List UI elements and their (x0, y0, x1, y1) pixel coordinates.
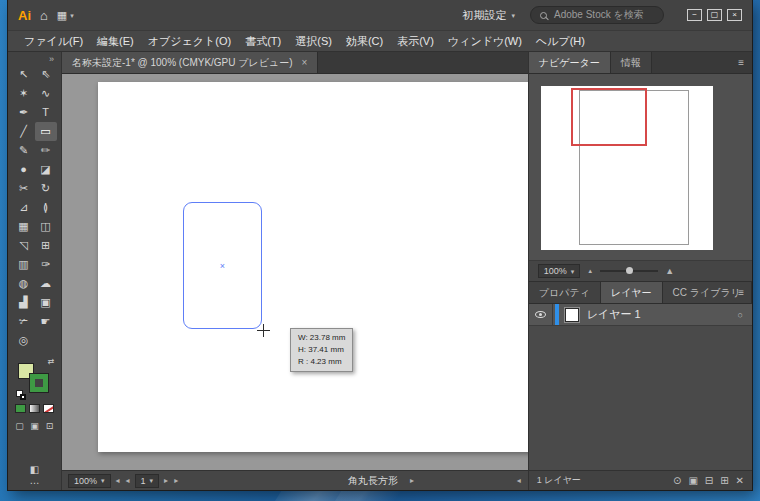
menu-item[interactable]: 表示(V) (390, 34, 441, 49)
rounded-rectangle-shape[interactable]: × (183, 202, 262, 329)
magic-wand-tool[interactable]: ✶ (13, 84, 35, 103)
canvas[interactable]: × W: 23.78 mmH: 37.41 mmR : 4.23 mm (62, 74, 528, 470)
draw-normal-button[interactable]: ▢ (14, 420, 26, 432)
artboard-tool[interactable]: ▣ (35, 293, 57, 312)
rotate-tool[interactable]: ↻ (35, 179, 57, 198)
none-button[interactable] (43, 404, 54, 413)
shape-builder-tool[interactable]: ◫ (35, 217, 57, 236)
symbol-sprayer-tool[interactable]: ☁ (35, 274, 57, 293)
zoom-level-select[interactable]: 100% ▾ (68, 474, 111, 488)
close-tab-icon[interactable]: × (302, 57, 308, 68)
gradient-button[interactable] (29, 404, 40, 413)
home-icon[interactable]: ⌂ (40, 9, 48, 22)
tab-navigator[interactable]: ナビゲーター (529, 52, 611, 73)
paintbrush-tool[interactable]: ✎ (13, 141, 35, 160)
layer-thumbnail[interactable] (565, 308, 579, 322)
workspace-switcher[interactable]: 初期設定 ▾ (456, 6, 521, 25)
zoom-out-icon[interactable]: ▲ (587, 268, 593, 274)
scissors-tool[interactable]: ✂ (13, 179, 35, 198)
tab-info[interactable]: 情報 (611, 52, 652, 73)
selection-tool[interactable]: ↖ (13, 65, 35, 84)
measurement-tooltip: W: 23.78 mmH: 37.41 mmR : 4.23 mm (290, 328, 353, 372)
visibility-toggle[interactable] (529, 304, 553, 325)
layer-name[interactable]: レイヤー 1 (587, 307, 641, 322)
blend-tool[interactable]: ◍ (13, 274, 35, 293)
tab-properties[interactable]: プロパティ (529, 282, 601, 303)
maximize-button[interactable]: ▢ (707, 9, 722, 21)
rounded-rectangle-tool[interactable]: ▭ (35, 122, 57, 141)
first-artboard-button[interactable]: ◂ (115, 477, 121, 485)
zoom-tool[interactable]: ◎ (13, 331, 35, 350)
stroke-swatch[interactable] (30, 374, 48, 392)
navigator-panel (529, 74, 752, 260)
new-layer-icon[interactable]: ⊞ (720, 475, 728, 486)
menu-item[interactable]: ウィンドウ(W) (441, 34, 529, 49)
menu-item[interactable]: 効果(C) (339, 34, 390, 49)
type-tool[interactable]: T (35, 103, 57, 122)
artboard-number-select[interactable]: 1 ▾ (135, 474, 160, 488)
zoom-in-icon[interactable]: ▲ (665, 267, 674, 276)
eyedropper-tool[interactable]: ✑ (35, 255, 57, 274)
navigator-preview[interactable] (541, 86, 713, 250)
delete-layer-icon[interactable]: ✕ (736, 475, 744, 486)
layer-row[interactable]: レイヤー 1 ○ (529, 304, 752, 326)
menu-item[interactable]: ファイル(F) (17, 34, 90, 49)
line-segment-tool[interactable]: ╱ (13, 122, 35, 141)
tab-layers[interactable]: レイヤー (601, 282, 663, 303)
new-sublayer-icon[interactable]: ⊟ (705, 475, 713, 486)
navigator-zoom-select[interactable]: 100% ▾ (538, 264, 581, 278)
column-graph-tool[interactable]: ▟ (13, 293, 35, 312)
navigator-controls: 100% ▾ ▲ ▲ (529, 260, 752, 282)
mesh-tool[interactable]: ⊞ (35, 236, 57, 255)
free-transform-tool[interactable]: ▦ (13, 217, 35, 236)
lasso-tool[interactable]: ∿ (35, 84, 57, 103)
panel-menu-icon[interactable]: ≡ (738, 287, 744, 298)
blob-brush-tool[interactable]: ● (13, 160, 35, 179)
menu-item[interactable]: オブジェクト(O) (141, 34, 238, 49)
pen-tool[interactable]: ✒ (13, 103, 35, 122)
previous-artboard-button[interactable]: ◂ (125, 477, 131, 485)
navigator-view-rectangle[interactable] (571, 88, 647, 146)
last-artboard-button[interactable]: ▸ (173, 477, 179, 485)
width-tool[interactable]: ≬ (35, 198, 57, 217)
main-area: » ↖⇖✶∿✒T╱▭✎✏●◪✂↻⊿≬▦◫◹⊞▥✑◍☁▟▣✃☛◎ ⇄ (8, 52, 752, 490)
scale-tool[interactable]: ⊿ (13, 198, 35, 217)
stock-search-input[interactable]: Adobe Stock を検索 (530, 6, 664, 24)
minimize-button[interactable]: − (687, 9, 702, 21)
draw-inside-button[interactable]: ⊡ (44, 420, 56, 432)
scroll-left-icon[interactable]: ◂ (516, 477, 522, 485)
edit-toolbar-icon[interactable]: … (30, 479, 40, 483)
scroll-right-icon[interactable]: ▸ (409, 477, 415, 485)
locate-object-icon[interactable]: ⊙ (673, 475, 681, 486)
document-tab[interactable]: 名称未設定-1* @ 100% (CMYK/GPU プレビュー) × (62, 52, 318, 73)
target-circle-icon[interactable]: ○ (738, 310, 743, 320)
direct-selection-tool[interactable]: ⇖ (35, 65, 57, 84)
navigator-zoom-slider[interactable] (600, 270, 658, 272)
layer-count-label: 1 レイヤー (537, 474, 581, 487)
collapse-panel-icon[interactable]: » (8, 54, 61, 65)
menu-item[interactable]: 編集(E) (90, 34, 141, 49)
screen-mode-icon[interactable]: ◧ (30, 464, 39, 475)
eraser-tool[interactable]: ◪ (35, 160, 57, 179)
layers-panel: レイヤー 1 ○ (529, 304, 752, 470)
gradient-tool[interactable]: ▥ (13, 255, 35, 274)
pencil-tool[interactable]: ✏ (35, 141, 57, 160)
menu-item[interactable]: 書式(T) (238, 34, 288, 49)
slider-thumb[interactable] (626, 267, 633, 274)
artboard[interactable] (98, 82, 528, 452)
next-artboard-button[interactable]: ▸ (163, 477, 169, 485)
panel-menu-icon[interactable]: ≡ (738, 57, 744, 68)
menu-item[interactable]: 選択(S) (288, 34, 339, 49)
slice-tool[interactable]: ✃ (13, 312, 35, 331)
hand-tool[interactable]: ☛ (35, 312, 57, 331)
menu-item[interactable]: ヘルプ(H) (529, 34, 592, 49)
default-fill-stroke-icon[interactable] (16, 390, 26, 400)
draw-behind-button[interactable]: ▣ (29, 420, 41, 432)
arrange-documents-button[interactable]: ▦ ▾ (57, 9, 74, 22)
desktop-background: Ai ⌂ ▦ ▾ 初期設定 ▾ Adobe Stock を検索 − ▢ × (0, 0, 760, 501)
close-button[interactable]: × (727, 9, 742, 21)
swap-fill-stroke-icon[interactable]: ⇄ (48, 357, 55, 366)
color-button[interactable] (15, 404, 26, 413)
perspective-grid-tool[interactable]: ◹ (13, 236, 35, 255)
make-clipping-mask-icon[interactable]: ▣ (688, 475, 697, 486)
